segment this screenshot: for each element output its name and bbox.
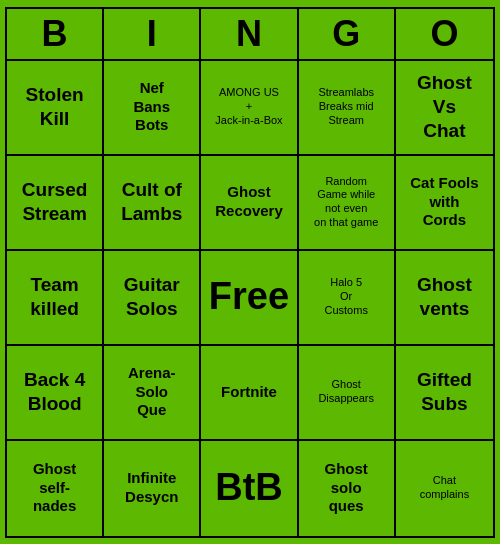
cell-22: BtB bbox=[201, 441, 298, 536]
cell-4: GhostVsChat bbox=[396, 61, 493, 156]
cell-text-9: Cat FoolswithCords bbox=[410, 174, 478, 230]
cell-text-1: NefBansBots bbox=[133, 79, 170, 135]
cell-text-11: GuitarSolos bbox=[124, 273, 180, 321]
cell-text-20: Ghostself-nades bbox=[33, 460, 76, 516]
cell-text-21: InfiniteDesycn bbox=[125, 469, 178, 507]
cell-text-3: StreamlabsBreaks midStream bbox=[318, 86, 374, 127]
cell-text-0: StolenKill bbox=[26, 83, 84, 131]
header-letter-O: O bbox=[396, 9, 493, 59]
cell-21: InfiniteDesycn bbox=[104, 441, 201, 536]
cell-text-24: Chatcomplains bbox=[420, 474, 470, 502]
cell-9: Cat FoolswithCords bbox=[396, 156, 493, 251]
cell-23: Ghostsoloques bbox=[299, 441, 396, 536]
cell-3: StreamlabsBreaks midStream bbox=[299, 61, 396, 156]
cell-text-18: GhostDisappears bbox=[318, 378, 374, 406]
cell-text-16: Arena-SoloQue bbox=[128, 364, 176, 420]
cell-text-15: Back 4Blood bbox=[24, 368, 85, 416]
cell-13: Halo 5OrCustoms bbox=[299, 251, 396, 346]
cell-text-17: Fortnite bbox=[221, 383, 277, 402]
header-letter-G: G bbox=[299, 9, 396, 59]
bingo-grid: StolenKillNefBansBotsAMONG US+Jack-in-a-… bbox=[7, 61, 493, 536]
cell-18: GhostDisappears bbox=[299, 346, 396, 441]
cell-text-12: Free bbox=[209, 273, 289, 321]
cell-0: StolenKill bbox=[7, 61, 104, 156]
cell-text-14: Ghostvents bbox=[417, 273, 472, 321]
cell-6: Cult ofLambs bbox=[104, 156, 201, 251]
cell-15: Back 4Blood bbox=[7, 346, 104, 441]
header-letter-I: I bbox=[104, 9, 201, 59]
cell-text-22: BtB bbox=[215, 464, 283, 512]
bingo-card: BINGO StolenKillNefBansBotsAMONG US+Jack… bbox=[5, 7, 495, 538]
cell-11: GuitarSolos bbox=[104, 251, 201, 346]
cell-10: Teamkilled bbox=[7, 251, 104, 346]
cell-5: CursedStream bbox=[7, 156, 104, 251]
header-letter-N: N bbox=[201, 9, 298, 59]
cell-8: RandomGame whilenot evenon that game bbox=[299, 156, 396, 251]
bingo-header: BINGO bbox=[7, 9, 493, 61]
cell-text-10: Teamkilled bbox=[30, 273, 79, 321]
cell-text-13: Halo 5OrCustoms bbox=[324, 276, 367, 317]
cell-20: Ghostself-nades bbox=[7, 441, 104, 536]
cell-text-8: RandomGame whilenot evenon that game bbox=[314, 175, 378, 230]
cell-text-19: GiftedSubs bbox=[417, 368, 472, 416]
cell-text-23: Ghostsoloques bbox=[325, 460, 368, 516]
cell-16: Arena-SoloQue bbox=[104, 346, 201, 441]
cell-17: Fortnite bbox=[201, 346, 298, 441]
cell-text-4: GhostVsChat bbox=[417, 71, 472, 142]
cell-24: Chatcomplains bbox=[396, 441, 493, 536]
cell-text-5: CursedStream bbox=[22, 178, 87, 226]
cell-19: GiftedSubs bbox=[396, 346, 493, 441]
cell-text-7: GhostRecovery bbox=[215, 183, 283, 221]
cell-14: Ghostvents bbox=[396, 251, 493, 346]
cell-text-6: Cult ofLambs bbox=[121, 178, 182, 226]
header-letter-B: B bbox=[7, 9, 104, 59]
cell-12: Free bbox=[201, 251, 298, 346]
cell-text-2: AMONG US+Jack-in-a-Box bbox=[215, 86, 282, 127]
cell-2: AMONG US+Jack-in-a-Box bbox=[201, 61, 298, 156]
cell-7: GhostRecovery bbox=[201, 156, 298, 251]
cell-1: NefBansBots bbox=[104, 61, 201, 156]
